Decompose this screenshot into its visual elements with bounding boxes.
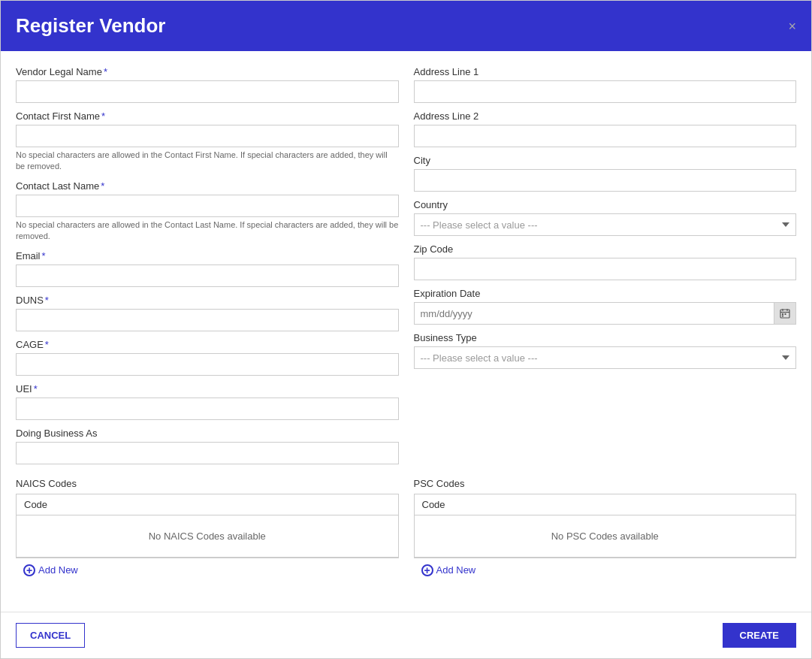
required-star: *: [34, 383, 38, 394]
modal-footer: CANCEL CREATE: [1, 612, 811, 658]
doing-business-as-group: Doing Business As: [16, 428, 399, 464]
calendar-icon: [780, 308, 790, 319]
naics-add-new-label: Add New: [38, 564, 78, 576]
form-right-column: Address Line 1 Address Line 2 City Count…: [414, 66, 797, 472]
email-input[interactable]: [16, 265, 399, 287]
required-star: *: [104, 66, 107, 77]
svg-rect-6: [782, 316, 783, 317]
naics-add-new-button[interactable]: + Add New: [23, 564, 78, 576]
duns-label: DUNS*: [16, 295, 399, 306]
calendar-button[interactable]: [774, 302, 796, 325]
email-label: Email*: [16, 250, 399, 261]
required-star: *: [45, 295, 49, 306]
uei-input[interactable]: [16, 398, 399, 420]
contact-last-name-label: Contact Last Name*: [16, 180, 399, 192]
psc-codes-col: PSC Codes Code No PSC Codes available: [414, 478, 797, 582]
psc-add-new-button[interactable]: + Add New: [421, 564, 476, 576]
cage-label: CAGE*: [16, 339, 399, 350]
svg-rect-5: [785, 313, 786, 315]
naics-codes-label: NAICS Codes: [16, 478, 399, 489]
cage-input[interactable]: [16, 353, 399, 376]
contact-last-name-input[interactable]: [16, 195, 399, 217]
modal-title: Register Vendor: [16, 14, 165, 38]
close-icon[interactable]: ×: [788, 20, 796, 33]
email-group: Email*: [16, 250, 399, 287]
svg-rect-4: [782, 313, 783, 315]
required-star: *: [45, 339, 49, 350]
psc-add-new-label: Add New: [436, 564, 476, 576]
vendor-legal-name-group: Vendor Legal Name*: [16, 66, 399, 103]
country-select[interactable]: --- Please select a value ---: [414, 213, 797, 236]
psc-codes-label: PSC Codes: [414, 478, 797, 489]
psc-plus-circle-icon: +: [421, 564, 433, 576]
contact-last-name-group: Contact Last Name* No special characters…: [16, 180, 399, 243]
uei-label: UEI*: [16, 383, 399, 394]
required-star: *: [101, 110, 105, 122]
cage-group: CAGE*: [16, 339, 399, 376]
naics-codes-empty-row: No NAICS Codes available: [17, 515, 399, 557]
doing-business-as-input[interactable]: [16, 442, 399, 464]
contact-first-name-hint: No special characters are allowed in the…: [16, 150, 399, 173]
naics-code-column-header: Code: [17, 494, 399, 515]
city-group: City: [414, 155, 797, 192]
contact-last-name-hint: No special characters are allowed in the…: [16, 219, 399, 243]
cancel-button[interactable]: CANCEL: [16, 623, 85, 648]
business-type-label: Business Type: [414, 332, 797, 343]
contact-first-name-group: Contact First Name* No special character…: [16, 110, 399, 173]
zip-code-label: Zip Code: [414, 243, 797, 255]
required-star: *: [42, 250, 46, 261]
modal-body: Vendor Legal Name* Contact First Name* N…: [1, 51, 811, 612]
main-form-row: Vendor Legal Name* Contact First Name* N…: [16, 66, 796, 472]
contact-first-name-input[interactable]: [16, 125, 399, 147]
contact-first-name-label: Contact First Name*: [16, 110, 399, 122]
psc-add-new-row: + Add New: [414, 558, 797, 582]
duns-input[interactable]: [16, 309, 399, 331]
required-star: *: [101, 180, 104, 192]
vendor-legal-name-label: Vendor Legal Name*: [16, 66, 399, 77]
codes-section: NAICS Codes Code No NAICS Codes availabl…: [16, 478, 796, 582]
address-line2-input[interactable]: [414, 125, 797, 147]
naics-plus-circle-icon: +: [23, 564, 35, 576]
address-line2-group: Address Line 2: [414, 110, 797, 147]
form-left-column: Vendor Legal Name* Contact First Name* N…: [16, 66, 399, 472]
zip-code-input[interactable]: [414, 258, 797, 280]
psc-codes-table: Code No PSC Codes available: [414, 494, 797, 558]
business-type-select[interactable]: --- Please select a value ---: [414, 346, 797, 369]
country-label: Country: [414, 199, 797, 210]
expiration-date-input[interactable]: [414, 302, 774, 325]
psc-codes-empty-text: No PSC Codes available: [414, 515, 796, 557]
city-label: City: [414, 155, 797, 166]
doing-business-as-label: Doing Business As: [16, 428, 399, 439]
psc-codes-empty-row: No PSC Codes available: [414, 515, 796, 557]
address-line1-group: Address Line 1: [414, 66, 797, 103]
naics-codes-table: Code No NAICS Codes available: [16, 494, 399, 558]
register-vendor-modal: Register Vendor × Vendor Legal Name* Con…: [0, 0, 812, 659]
expiration-date-group: Expiration Date: [414, 288, 797, 325]
duns-group: DUNS*: [16, 295, 399, 331]
address-line2-label: Address Line 2: [414, 110, 797, 122]
naics-codes-col: NAICS Codes Code No NAICS Codes availabl…: [16, 478, 399, 582]
uei-group: UEI*: [16, 383, 399, 420]
modal-header: Register Vendor ×: [1, 1, 811, 51]
psc-code-column-header: Code: [414, 494, 796, 515]
zip-code-group: Zip Code: [414, 243, 797, 280]
expiration-date-wrapper: [414, 302, 797, 325]
vendor-legal-name-input[interactable]: [16, 80, 399, 103]
expiration-date-label: Expiration Date: [414, 288, 797, 299]
business-type-group: Business Type --- Please select a value …: [414, 332, 797, 369]
country-group: Country --- Please select a value ---: [414, 199, 797, 236]
address-line1-label: Address Line 1: [414, 66, 797, 77]
city-input[interactable]: [414, 169, 797, 192]
create-button[interactable]: CREATE: [723, 623, 796, 648]
address-line1-input[interactable]: [414, 80, 797, 103]
naics-add-new-row: + Add New: [16, 558, 399, 582]
naics-codes-empty-text: No NAICS Codes available: [17, 515, 399, 557]
